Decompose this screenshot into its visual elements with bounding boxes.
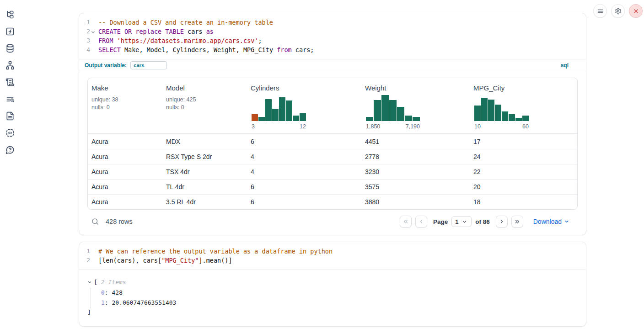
code-square-icon	[5, 128, 15, 137]
histogram-bar	[293, 116, 299, 121]
fold-indicator-icon[interactable]	[90, 27, 96, 36]
column-name: Cylinders	[251, 84, 357, 92]
shutdown-button[interactable]	[629, 4, 643, 18]
code-text: -- Download a CSV and create an in-memor…	[96, 18, 273, 27]
table-cell: 3880	[361, 198, 470, 206]
table-footer: 428 rows Page 1	[87, 210, 578, 235]
sidebar-item-tracing[interactable]	[5, 94, 16, 105]
code-line[interactable]: 3FROM 'https://datasets.marimo.app/cars.…	[79, 36, 586, 45]
sql-cell: 1-- Download a CSV and create an in-memo…	[79, 13, 586, 235]
fold-indicator-icon	[90, 256, 96, 265]
table-row[interactable]: AcuraTL 4dr6357520	[88, 179, 577, 194]
row-count: 428 rows	[106, 218, 133, 225]
file-text-icon	[5, 111, 15, 121]
code-line[interactable]: 2CREATE OR replace TABLE cars as	[79, 27, 586, 36]
code-line[interactable]: 1# We can reference the output variable …	[79, 247, 586, 256]
token-plain: ;	[258, 37, 262, 44]
table-row[interactable]: AcuraMDX6445117	[88, 134, 577, 149]
histogram-bars	[474, 96, 529, 121]
sidebar-item-snippets[interactable]	[5, 127, 16, 138]
search-icon[interactable]	[91, 217, 99, 226]
axis-min-label: 10	[474, 123, 481, 130]
sidebar-item-data-sources[interactable]	[5, 43, 16, 54]
first-page-button[interactable]	[400, 216, 412, 227]
code-line[interactable]: 4SELECT Make, Model, Cylinders, Weight, …	[79, 45, 586, 54]
sidebar-item-documentation[interactable]	[5, 111, 16, 122]
page-select[interactable]: 1	[451, 216, 472, 227]
table-row[interactable]: AcuraRSX Type S 2dr4277824	[88, 149, 577, 164]
function-square-icon	[5, 27, 15, 36]
last-page-button[interactable]	[511, 216, 523, 227]
download-button[interactable]: Download	[533, 218, 569, 225]
token-kw: as	[206, 28, 214, 35]
axis-min-label: 1,850	[366, 123, 380, 130]
sidebar-item-help[interactable]	[5, 144, 16, 155]
output-variable-input[interactable]	[130, 61, 167, 69]
prev-page-button[interactable]	[415, 216, 427, 227]
line-number: 4	[79, 45, 90, 54]
fold-indicator-icon	[90, 18, 96, 27]
chevron-right-icon	[499, 218, 505, 225]
column-header-make[interactable]: Makeunique: 38nulls: 0	[88, 78, 162, 133]
collapse-chevron-icon[interactable]	[87, 280, 92, 285]
code-line[interactable]: 2[len(cars), cars["MPG_City"].mean()]	[79, 256, 586, 265]
column-header-mpg_city[interactable]: MPG_City1060	[470, 78, 577, 133]
notebook-menu-button[interactable]	[593, 4, 607, 18]
table-cell: 3575	[361, 183, 470, 190]
tree-icon	[5, 10, 15, 19]
sidebar-item-dependencies[interactable]	[5, 60, 16, 71]
axis-max-label: 60	[522, 123, 529, 130]
close-icon	[633, 8, 639, 15]
table-cell: 6	[247, 183, 361, 190]
histogram-bar	[272, 109, 279, 121]
column-stat: unique: 38	[91, 96, 158, 104]
tree-entry-key: 1	[101, 299, 105, 306]
table-row[interactable]: AcuraTSX 4dr4323022	[88, 164, 577, 179]
tree-entry-value: : 20.060747663551403	[105, 299, 177, 306]
column-header-model[interactable]: Modelunique: 425nulls: 0	[162, 78, 247, 133]
table-cell: Acura	[88, 168, 162, 175]
column-histogram: 1,8507,190	[366, 96, 465, 130]
code-line[interactable]: 1-- Download a CSV and create an in-memo…	[79, 18, 586, 27]
histogram-bars	[252, 96, 306, 121]
column-histogram: 312	[252, 96, 357, 130]
sidebar-item-file-explorer[interactable]	[5, 9, 16, 20]
token-comment: # We can reference the output variable a…	[98, 248, 333, 255]
column-header-cylinders[interactable]: Cylinders312	[247, 78, 361, 133]
table-cell: TSX 4dr	[162, 168, 247, 175]
tree-entry-key: 0	[101, 289, 105, 296]
histogram-bar	[502, 111, 508, 121]
line-number: 1	[79, 18, 90, 27]
axis-max-label: 12	[300, 123, 306, 130]
sql-code-editor[interactable]: 1-- Download a CSV and create an in-memo…	[79, 13, 586, 59]
table-cell: 24	[470, 153, 577, 160]
token-plain: cars;	[292, 46, 314, 53]
token-plain: [len(cars), cars[	[98, 257, 161, 264]
histogram-axis-labels: 312	[252, 123, 306, 130]
histogram-bar	[413, 117, 420, 121]
tree-entry-value: : 428	[105, 289, 123, 296]
code-text: # We can reference the output variable a…	[96, 247, 333, 256]
histogram-bar	[252, 114, 258, 121]
histogram-bar	[474, 106, 481, 121]
token-str: "MPG_City"	[161, 257, 199, 264]
table-cell: 17	[470, 138, 577, 145]
python-code-editor[interactable]: 1# We can reference the output variable …	[79, 242, 586, 270]
pagination: Page 1 of 86	[400, 216, 577, 227]
table-row[interactable]: Acura3.5 RL 4dr6388018	[88, 194, 577, 209]
notebook-area: 1-- Download a CSV and create an in-memo…	[79, 13, 586, 333]
table-body: AcuraMDX6445117AcuraRSX Type S 2dr427782…	[88, 134, 577, 209]
next-page-button[interactable]	[496, 216, 508, 227]
python-cell-output: [ 2 Items 0: 4281: 20.060747663551403 ]	[79, 270, 586, 326]
page-label: Page	[433, 218, 448, 225]
code-text: [len(cars), cars["MPG_City"].mean()]	[96, 256, 232, 265]
column-header-weight[interactable]: Weight1,8507,190	[361, 78, 470, 133]
table-cell: 3.5 RL 4dr	[162, 198, 247, 206]
line-number: 2	[79, 27, 90, 36]
sidebar-item-variables[interactable]	[5, 26, 16, 37]
line-number: 2	[79, 256, 90, 265]
sidebar-item-logs[interactable]	[5, 77, 16, 88]
bracket-open: [	[94, 278, 97, 287]
settings-button[interactable]	[611, 4, 625, 18]
table-cell: 4	[247, 153, 361, 160]
